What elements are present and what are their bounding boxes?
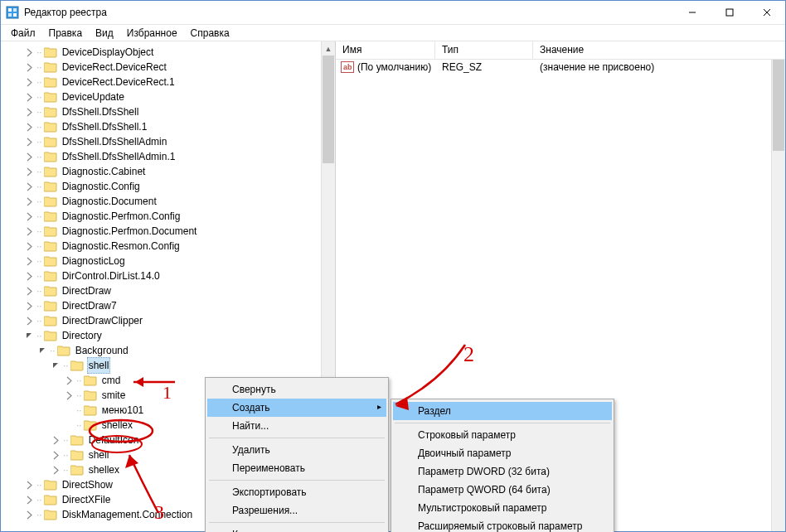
expand-icon[interactable] [24, 301, 35, 312]
expand-icon[interactable] [24, 77, 35, 88]
tree-node-label[interactable]: shellex [87, 462, 121, 477]
minimize-button[interactable] [673, 1, 711, 25]
tree-node-label[interactable]: DeviceUpdate [61, 89, 126, 104]
tree-node-label[interactable]: Diagnostic.Resmon.Config [61, 239, 182, 254]
tree-node[interactable]: ··DeviceDisplayObject [1, 45, 335, 60]
ctx2-multistring[interactable]: Мультистроковый параметр [393, 499, 612, 517]
menu-view[interactable]: Вид [90, 26, 119, 41]
tree-node-label[interactable]: smite [100, 388, 128, 403]
tree-node[interactable]: ··Diagnostic.Document [1, 194, 335, 209]
tree-node[interactable]: ··Diagnostic.Config [1, 179, 335, 194]
ctx-permissions[interactable]: Разрешения... [207, 501, 386, 520]
tree-node[interactable]: ··DirectDraw [1, 283, 335, 298]
expand-icon[interactable] [24, 271, 35, 282]
collapse-icon[interactable] [51, 360, 61, 371]
expand-icon[interactable] [24, 510, 35, 520]
tree-node-label[interactable]: DirectXFile [61, 492, 113, 507]
ctx-delete[interactable]: Удалить [207, 441, 386, 459]
expand-icon[interactable] [64, 375, 75, 386]
tree-node-label[interactable]: DeviceRect.DeviceRect.1 [61, 75, 177, 89]
expand-icon[interactable] [24, 152, 35, 162]
close-button[interactable] [748, 1, 785, 25]
tree-node[interactable]: ··shell [1, 358, 335, 373]
expand-icon[interactable] [24, 107, 35, 118]
menu-file[interactable]: Файл [6, 26, 41, 41]
tree-node-label[interactable]: DirectDraw [61, 283, 113, 298]
expand-icon[interactable] [24, 196, 35, 207]
ctx2-qword[interactable]: Параметр QWORD (64 бита) [393, 481, 612, 499]
col-value[interactable]: Значение [533, 41, 785, 59]
value-row[interactable]: ab (По умолчанию) REG_SZ (значение не пр… [336, 60, 785, 75]
tree-node-label[interactable]: shell [87, 357, 111, 374]
ctx2-binary[interactable]: Двоичный параметр [393, 444, 612, 462]
tree-node-label[interactable]: DfsShell.DfsShell.1 [61, 119, 149, 134]
tree-node[interactable]: ··DfsShell.DfsShell.1 [1, 119, 335, 134]
tree-node-label[interactable]: Directory [61, 328, 104, 343]
scroll-up-icon[interactable]: ▲ [322, 41, 335, 56]
expand-icon[interactable] [51, 465, 61, 476]
tree-node[interactable]: ··Diagnostic.Cabinet [1, 164, 335, 179]
collapse-icon[interactable] [37, 346, 48, 356]
tree-node[interactable]: ··Diagnostic.Perfmon.Document [1, 224, 335, 239]
menu-favorites[interactable]: Избранное [122, 26, 182, 41]
tree-node[interactable]: ··Diagnostic.Perfmon.Config [1, 209, 335, 224]
ctx2-string[interactable]: Строковый параметр [393, 426, 612, 444]
expand-icon[interactable] [24, 122, 35, 133]
tree-node-label[interactable]: DeviceRect.DeviceRect [61, 60, 168, 75]
ctx-collapse[interactable]: Свернуть [207, 380, 386, 399]
tree-node-label[interactable]: Diagnostic.Config [61, 179, 142, 194]
tree-node-label[interactable]: DeviceDisplayObject [61, 45, 156, 60]
ctx-find[interactable]: Найти... [207, 417, 386, 435]
tree-node-label[interactable]: Background [74, 343, 130, 358]
tree-node-label[interactable]: DiagnosticLog [61, 254, 127, 268]
tree-node[interactable]: ··DfsShell.DfsShellAdmin [1, 134, 335, 149]
tree-node[interactable]: ··Directory [1, 328, 335, 343]
collapse-icon[interactable] [24, 331, 35, 341]
tree-node[interactable]: ··DeviceRect.DeviceRect.1 [1, 75, 335, 89]
expand-icon[interactable] [24, 137, 35, 148]
scroll-thumb[interactable] [323, 56, 334, 163]
tree-node[interactable]: ··DfsShell.DfsShell [1, 104, 335, 119]
expand-icon[interactable] [24, 256, 35, 267]
ctx-rename[interactable]: Переименовать [207, 459, 386, 477]
expand-icon[interactable] [24, 167, 35, 177]
tree-node[interactable]: ··DirectDraw7 [1, 298, 335, 313]
tree-node-label[interactable]: Diagnostic.Cabinet [61, 164, 148, 179]
tree-node[interactable]: ··Background [1, 343, 335, 358]
tree-node-label[interactable]: shellex [100, 418, 134, 433]
tree-node-label[interactable]: DirControl.DirList.14.0 [61, 268, 162, 283]
expand-icon[interactable] [24, 211, 35, 222]
menu-edit[interactable]: Правка [44, 26, 88, 41]
expand-icon[interactable] [24, 316, 35, 326]
expand-icon[interactable] [24, 226, 35, 237]
tree-node-label[interactable]: DfsShell.DfsShellAdmin [61, 134, 169, 149]
tree-node-label[interactable]: DfsShell.DfsShellAdmin.1 [61, 149, 177, 164]
tree-node[interactable]: ··Diagnostic.Resmon.Config [1, 239, 335, 254]
expand-icon[interactable] [24, 495, 35, 505]
tree-node-label[interactable]: меню101 [100, 403, 146, 418]
tree-node[interactable]: ··DirectDrawClipper [1, 313, 335, 328]
tree-node-label[interactable]: DirectDrawClipper [61, 313, 144, 328]
ctx2-expstring[interactable]: Расширяемый строковый параметр [393, 517, 612, 532]
ctx-copy-key-name[interactable]: Копировать имя раздела [207, 525, 386, 532]
tree-node-label[interactable]: Diagnostic.Perfmon.Document [61, 224, 199, 239]
expand-icon[interactable] [24, 47, 35, 58]
ctx-export[interactable]: Экспортировать [207, 483, 386, 501]
expand-icon[interactable] [24, 62, 35, 73]
ctx2-key[interactable]: Раздел [393, 402, 612, 420]
expand-icon[interactable] [24, 480, 35, 491]
tree-node-label[interactable]: Diagnostic.Perfmon.Config [61, 209, 182, 224]
tree-node[interactable]: ··DeviceRect.DeviceRect [1, 60, 335, 75]
tree-node-label[interactable]: DfsShell.DfsShell [61, 104, 141, 119]
tree-node[interactable]: ··DirControl.DirList.14.0 [1, 268, 335, 283]
tree-node-label[interactable]: Diagnostic.Document [61, 194, 158, 209]
expand-icon[interactable] [24, 241, 35, 252]
tree-node[interactable]: ··DfsShell.DfsShellAdmin.1 [1, 149, 335, 164]
ctx2-dword[interactable]: Параметр DWORD (32 бита) [393, 462, 612, 481]
expand-icon[interactable] [24, 286, 35, 297]
values-scrollbar[interactable] [771, 60, 785, 531]
tree-node[interactable]: ··DeviceUpdate [1, 89, 335, 104]
tree-node-label[interactable]: DirectShow [61, 477, 114, 492]
tree-node-label[interactable]: cmd [100, 373, 123, 388]
maximize-button[interactable] [711, 1, 748, 25]
